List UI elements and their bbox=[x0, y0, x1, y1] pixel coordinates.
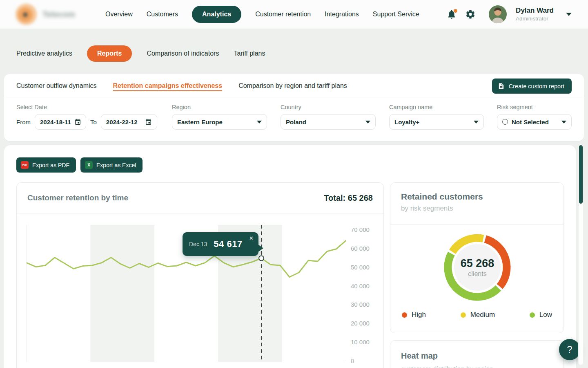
calendar-icon bbox=[74, 119, 81, 126]
legend-dot-low bbox=[530, 312, 535, 318]
filter-region: Region Eastern Europe bbox=[172, 104, 267, 130]
tab-customer-outflow-dynamics[interactable]: Customer outflow dynamics bbox=[16, 82, 97, 90]
chevron-down-icon bbox=[257, 121, 262, 123]
heat-map-card: Heat map customers distribution by regio… bbox=[390, 340, 564, 368]
header-actions: Dylan Ward Administrator bbox=[446, 5, 572, 23]
tooltip-date: Dec 13 bbox=[189, 241, 207, 247]
retained-customers-card: Retained customers by risk segments 65 2… bbox=[390, 182, 564, 333]
date-to-input[interactable]: 2024-22-12 bbox=[101, 114, 157, 130]
legend-label-medium: Medium bbox=[470, 311, 495, 319]
filter-campaign: Campaign name Loyalty+ bbox=[389, 104, 484, 130]
brand-name: Telecom bbox=[42, 10, 75, 19]
export-buttons: PDF Export as PDF X Export as Excel bbox=[16, 157, 143, 173]
nav-item-support-service[interactable]: Support Service bbox=[373, 11, 419, 18]
legend-item-high: High bbox=[402, 311, 426, 319]
scrollbar-track[interactable] bbox=[578, 144, 584, 365]
donut-subtitle: by risk segments bbox=[401, 204, 553, 213]
tab-retention-campaigns-effectiveness[interactable]: Retention campaigns effectiveness bbox=[113, 82, 223, 90]
filter-country: Country Poland bbox=[281, 104, 376, 130]
y-tick-label: 0 bbox=[351, 357, 354, 364]
filter-campaign-label: Campaign name bbox=[389, 104, 484, 110]
user-name: Dylan Ward bbox=[516, 7, 554, 15]
campaign-value: Loyalty+ bbox=[394, 119, 419, 126]
document-icon bbox=[498, 83, 505, 90]
nav-item-analytics[interactable]: Analytics bbox=[192, 6, 241, 23]
date-to-label: To bbox=[90, 119, 97, 126]
date-from-input[interactable]: 2024-18-11 bbox=[35, 114, 86, 130]
user-avatar[interactable] bbox=[489, 5, 507, 23]
retention-by-time-card: Customer retention by time Total: 65 268… bbox=[16, 182, 384, 368]
scrollbar-thumb[interactable] bbox=[579, 145, 583, 204]
risk-donut-chart[interactable] bbox=[441, 231, 514, 304]
y-tick-label: 10 000 bbox=[351, 339, 370, 346]
legend-dot-medium bbox=[461, 312, 466, 318]
chevron-down-icon bbox=[474, 121, 479, 123]
notifications-bell-icon[interactable] bbox=[446, 9, 457, 20]
legend-dot-high bbox=[402, 312, 407, 318]
legend-item-medium: Medium bbox=[461, 311, 495, 319]
donut-title: Retained customers bbox=[401, 192, 553, 202]
nav-item-customer-retention[interactable]: Customer retention bbox=[255, 11, 311, 18]
nav-item-overview[interactable]: Overview bbox=[105, 11, 133, 18]
date-from-label: From bbox=[16, 119, 31, 126]
user-menu[interactable]: Dylan Ward Administrator bbox=[516, 7, 554, 22]
subtab-comparison-of-indicators[interactable]: Comparison of indicators bbox=[147, 50, 219, 57]
export-pdf-button[interactable]: PDF Export as PDF bbox=[16, 157, 76, 173]
create-custom-report-button[interactable]: Create custom report bbox=[492, 79, 572, 94]
filter-date-label: Select Date bbox=[16, 104, 157, 110]
date-to-value: 2024-22-12 bbox=[106, 119, 138, 126]
tab-comparison-by-region[interactable]: Comparison by region and tariff plans bbox=[238, 82, 347, 90]
legend-item-low: Low bbox=[530, 311, 552, 319]
app-header: Telecom Overview Customers Analytics Cus… bbox=[0, 0, 588, 29]
y-tick-label: 30 000 bbox=[351, 301, 370, 308]
chart-total: Total: 65 268 bbox=[324, 193, 373, 203]
risk-legend: High Medium Low bbox=[390, 311, 564, 319]
brand-logo: Telecom bbox=[16, 4, 102, 25]
filters-row: Select Date From 2024-18-11 To 2024-22-1… bbox=[4, 98, 584, 141]
create-custom-report-label: Create custom report bbox=[509, 83, 564, 90]
campaign-select[interactable]: Loyalty+ bbox=[389, 114, 484, 130]
analytics-subtabs: Predictive analytics Reports Comparison … bbox=[16, 45, 265, 62]
calendar-icon bbox=[145, 119, 152, 126]
chart-tooltip: Dec 13 54 617 ✕ bbox=[183, 232, 258, 256]
date-from-value: 2024-18-11 bbox=[40, 119, 71, 126]
legend-label-low: Low bbox=[539, 311, 552, 319]
export-excel-button[interactable]: X Export as Excel bbox=[80, 157, 143, 173]
heat-map-title: Heat map bbox=[401, 351, 553, 361]
filter-risk-segment: Risk segment Not Selected bbox=[497, 104, 572, 130]
chevron-down-icon bbox=[561, 121, 566, 123]
export-excel-label: Export as Excel bbox=[96, 162, 136, 168]
settings-gear-icon[interactable] bbox=[465, 9, 476, 20]
risk-value: Not Selected bbox=[512, 119, 549, 126]
chevron-down-icon bbox=[365, 121, 370, 123]
brand-logo-icon bbox=[16, 4, 37, 25]
filter-risk-label: Risk segment bbox=[497, 104, 572, 110]
retention-line-chart[interactable]: 70 00060 00050 00040 00030 00020 00010 0… bbox=[17, 213, 383, 368]
filter-region-label: Region bbox=[172, 104, 267, 110]
report-content-panel: PDF Export as PDF X Export as Excel Cust… bbox=[4, 145, 576, 368]
heat-map-subtitle: customers distribution by region bbox=[401, 366, 553, 368]
subtab-predictive-analytics[interactable]: Predictive analytics bbox=[16, 50, 72, 57]
pdf-file-icon: PDF bbox=[21, 161, 29, 169]
filter-country-label: Country bbox=[281, 104, 376, 110]
subtab-tariff-plans[interactable]: Tariff plans bbox=[234, 50, 265, 57]
user-role: Administrator bbox=[516, 16, 554, 22]
subtab-reports[interactable]: Reports bbox=[87, 45, 132, 62]
report-panel: Customer outflow dynamics Retention camp… bbox=[4, 74, 584, 141]
y-tick-label: 70 000 bbox=[351, 226, 370, 233]
export-pdf-label: Export as PDF bbox=[32, 162, 69, 168]
filter-date: Select Date From 2024-18-11 To 2024-22-1… bbox=[16, 104, 157, 130]
help-button[interactable]: ? bbox=[559, 339, 580, 360]
nav-item-customers[interactable]: Customers bbox=[147, 11, 178, 18]
risk-segment-select[interactable]: Not Selected bbox=[497, 114, 572, 130]
country-value: Poland bbox=[286, 119, 306, 126]
excel-file-icon: X bbox=[85, 161, 93, 169]
region-select[interactable]: Eastern Europe bbox=[172, 114, 267, 130]
nav-item-integrations[interactable]: Integrations bbox=[325, 11, 359, 18]
country-select[interactable]: Poland bbox=[281, 114, 376, 130]
user-menu-chevron-down-icon[interactable] bbox=[566, 13, 572, 16]
tooltip-value: 54 617 bbox=[214, 239, 242, 249]
tooltip-close-icon[interactable]: ✕ bbox=[249, 236, 254, 241]
legend-label-high: High bbox=[412, 311, 426, 319]
y-tick-label: 60 000 bbox=[351, 245, 370, 251]
